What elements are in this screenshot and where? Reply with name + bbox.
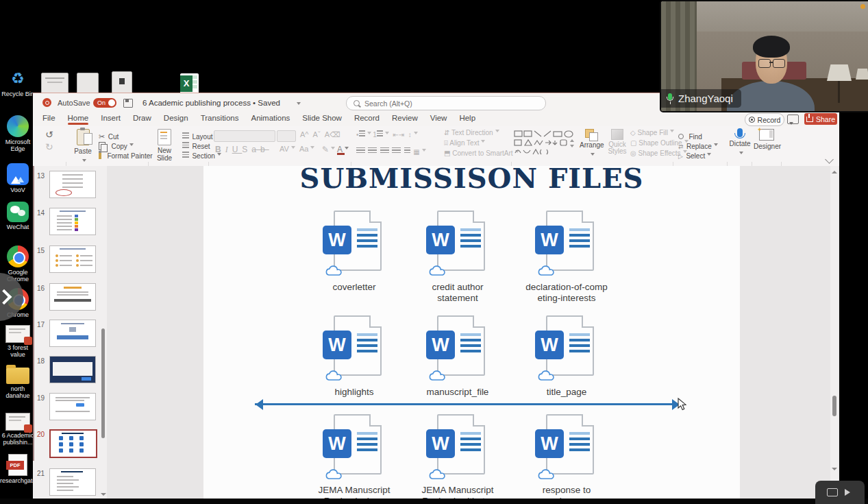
quick-styles-button[interactable]: Quick Styles (607, 129, 628, 155)
ribbon-tab-help[interactable]: Help (458, 112, 477, 124)
file-label: coverletter (299, 282, 409, 293)
select-button[interactable]: ▷ Select (678, 149, 711, 161)
record-icon (749, 117, 755, 123)
designer-button[interactable]: ✦ Designer (754, 129, 780, 150)
word-file-icon[interactable]: W (422, 211, 493, 276)
text-direction-button[interactable]: ⇵ Text Direction (444, 129, 499, 136)
autosave-toggle[interactable]: On (93, 98, 116, 108)
cloud-sync-icon (324, 469, 345, 481)
glasses-left (758, 59, 771, 68)
word-file-icon[interactable]: W (422, 315, 493, 381)
word-logo: W (426, 429, 455, 458)
collapse-ribbon-icon[interactable] (825, 155, 834, 164)
undo-button[interactable]: ↺ (45, 129, 53, 140)
search-box[interactable]: Search (Alt+Q) (346, 96, 546, 110)
desktop-icon-recycle[interactable]: ♻Recycle Bin (0, 69, 36, 97)
excel-icon[interactable]: X (180, 73, 199, 94)
word-file-icon[interactable]: W (531, 211, 602, 276)
webcam-video[interactable]: ZhangYaoqi (660, 0, 868, 112)
window-thumbnail-1[interactable] (41, 73, 69, 95)
ribbon-tab-design[interactable]: Design (162, 112, 190, 124)
double-arrow-line[interactable] (255, 403, 674, 405)
slide-thumbnail-21[interactable] (49, 468, 96, 496)
desktop-icon-folder[interactable]: north danahue (0, 368, 36, 399)
lamp-stand (838, 81, 840, 103)
align-text-button[interactable]: ⌸ Align Text (444, 139, 485, 147)
desktop-icon-slideRed2[interactable]: 6 Academic publishin... (0, 413, 36, 446)
find-icon (678, 134, 684, 139)
font-style-buttons[interactable]: BIUSab (215, 145, 269, 155)
slide-20[interactable]: SUBMISSISON FILES WcoverletterWcredit au… (203, 166, 740, 500)
format-painter-button[interactable]: Format Painter (99, 149, 153, 161)
ribbon-tab-view[interactable]: View (429, 112, 449, 124)
ribbon-tab-slide-show[interactable]: Slide Show (301, 112, 343, 124)
desktop-icon-pdf[interactable]: PDFresearchgate (0, 454, 36, 484)
ribbon-tab-transitions[interactable]: Transitions (199, 112, 240, 124)
file-label: JEMA Manuscript Revised_with_tra (403, 485, 512, 500)
font-color-button[interactable]: A (337, 145, 349, 155)
thumbnail-scroll-down-icon[interactable] (101, 493, 106, 499)
thumbnail-number: 17 (37, 321, 45, 328)
shapes-gallery[interactable] (514, 130, 575, 157)
share-icon (806, 117, 813, 122)
canvas-scrollbar[interactable] (830, 166, 839, 500)
font-size-box[interactable] (277, 130, 296, 142)
word-file-icon[interactable]: W (531, 315, 602, 381)
slide-thumbnail-20[interactable] (49, 429, 97, 458)
dictate-button[interactable]: Dictate (729, 128, 751, 160)
smartart-button[interactable]: ⬒ Convert to SmartArt (444, 149, 519, 157)
window-thumbnail-3[interactable] (112, 71, 132, 95)
ribbon-tab-animations[interactable]: Animations (249, 112, 291, 124)
word-file-icon[interactable]: W (319, 211, 390, 276)
slide-thumbnail-15[interactable] (49, 245, 96, 273)
record-button[interactable]: Record (745, 113, 784, 126)
word-file-icon[interactable]: W (319, 315, 390, 381)
list-buttons[interactable]: • 1 ⇤⇥ ↕ (356, 130, 418, 139)
comments-icon[interactable] (787, 115, 799, 124)
desktop-icon-wechat[interactable]: WeChat (0, 202, 36, 230)
align-buttons[interactable]: ▦ (356, 145, 426, 157)
slide-title[interactable]: SUBMISSISON FILES (203, 166, 740, 194)
font-name-box[interactable] (214, 130, 275, 142)
ribbon-tab-record[interactable]: Record (353, 112, 381, 124)
desktop-icon-label: Microsoft Edge (0, 139, 36, 152)
redo-button[interactable]: ↻ (45, 141, 53, 152)
thumbnail-scrollbar[interactable] (101, 328, 105, 438)
arrange-button[interactable]: Arrange (580, 129, 603, 161)
slide-thumbnail-19[interactable] (49, 393, 96, 420)
desktop-icon-slideRed[interactable]: 3 forest value (0, 325, 36, 358)
document-title[interactable]: 6 Academic publishing process • Saved (142, 99, 280, 107)
slide-thumbnail-14[interactable] (49, 208, 96, 235)
share-button[interactable]: Share (804, 113, 837, 125)
highlight-button[interactable]: ✎ (322, 145, 335, 154)
title-dropdown-icon[interactable] (297, 102, 301, 107)
slide-thumbnail-18[interactable] (49, 356, 96, 383)
window-thumbnail-2[interactable] (77, 73, 99, 95)
thumbnail-number: 18 (37, 357, 45, 365)
shape-fill-button[interactable]: ◇ Shape Fill (630, 129, 674, 136)
paste-button[interactable]: Paste (73, 129, 93, 156)
ribbon-tab-file[interactable]: File (41, 112, 57, 124)
ribbon-tab-draw[interactable]: Draw (132, 112, 153, 124)
slide-thumbnail-16[interactable] (49, 283, 96, 311)
file-label: declaration-of-comp eting-interests (512, 282, 621, 304)
ribbon-tab-home[interactable]: Home (66, 112, 90, 124)
word-file-icon[interactable]: W (319, 414, 390, 480)
desktop-icon-edge[interactable]: Microsoft Edge (0, 115, 36, 152)
meeting-corner-widget[interactable] (815, 481, 865, 504)
desktop-icon-voov[interactable]: VooV (0, 163, 36, 193)
grow-font-button[interactable]: A^ Aˇ A⌫ (300, 130, 340, 139)
participant-name: ZhangYaoqi (678, 93, 733, 104)
save-icon[interactable] (123, 99, 133, 108)
ribbon-tab-review[interactable]: Review (390, 112, 419, 124)
word-file-icon[interactable]: W (531, 414, 602, 480)
word-file-icon[interactable]: W (422, 414, 493, 480)
font-extra-buttons[interactable]: AV Aa (280, 145, 314, 153)
scroll-down-icon[interactable] (832, 468, 837, 473)
slide-thumbnail-17[interactable] (49, 320, 96, 347)
participant-nametag: ZhangYaoqi (661, 89, 741, 108)
slide-thumbnail-13[interactable] (49, 171, 96, 198)
thumbnail-number: 20 (37, 431, 45, 438)
scroll-up-icon[interactable] (832, 168, 837, 173)
ribbon-tab-insert[interactable]: Insert (99, 112, 122, 124)
